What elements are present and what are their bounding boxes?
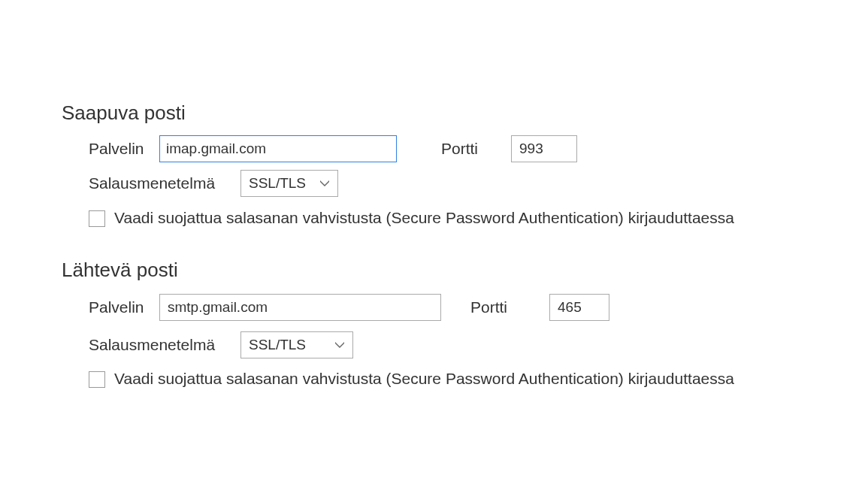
label-incoming-encryption: Salausmenetelmä: [89, 174, 215, 192]
checkbox-incoming-spa[interactable]: [89, 210, 105, 227]
select-outgoing-encryption-value: SSL/TLS: [249, 337, 306, 353]
section-title-outgoing: Lähtevä posti: [62, 259, 178, 282]
label-outgoing-spa: Vaadi suojattua salasanan vahvistusta (S…: [114, 370, 734, 388]
input-outgoing-port[interactable]: [549, 294, 609, 321]
select-incoming-encryption[interactable]: SSL/TLS: [240, 170, 338, 197]
chevron-down-icon: [327, 332, 352, 358]
input-incoming-server[interactable]: [159, 135, 397, 162]
input-outgoing-server[interactable]: [159, 294, 441, 321]
select-outgoing-encryption[interactable]: SSL/TLS: [240, 331, 353, 358]
label-outgoing-server: Palvelin: [89, 298, 144, 316]
label-incoming-server: Palvelin: [89, 140, 144, 158]
label-incoming-port: Portti: [441, 140, 478, 158]
input-incoming-port[interactable]: [511, 135, 577, 162]
select-incoming-encryption-value: SSL/TLS: [249, 175, 306, 192]
label-outgoing-port: Portti: [470, 298, 507, 316]
checkbox-outgoing-spa[interactable]: [89, 371, 105, 388]
label-outgoing-encryption: Salausmenetelmä: [89, 336, 215, 354]
chevron-down-icon: [312, 171, 337, 196]
label-incoming-spa: Vaadi suojattua salasanan vahvistusta (S…: [114, 209, 734, 227]
section-title-incoming: Saapuva posti: [62, 101, 186, 125]
